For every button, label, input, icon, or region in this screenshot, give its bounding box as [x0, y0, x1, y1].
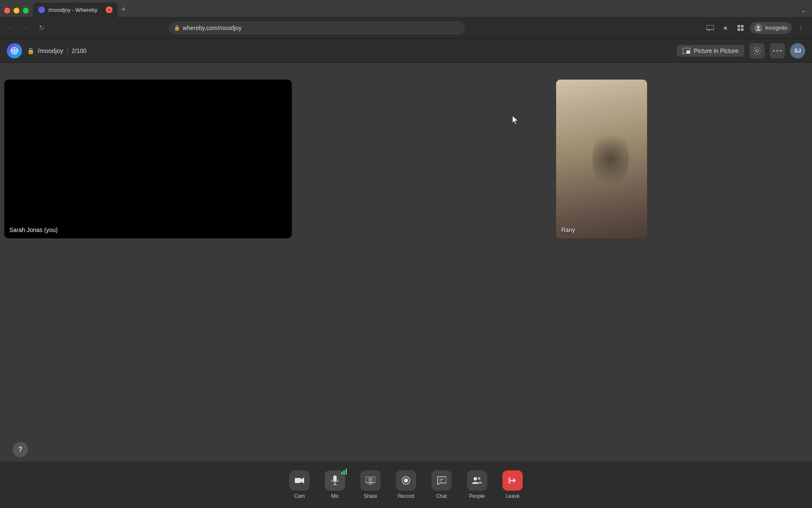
window-controls [4, 8, 29, 17]
svg-rect-30 [508, 478, 510, 483]
people-toolbar-item[interactable]: People [460, 468, 494, 502]
mic-label: Mic [331, 493, 339, 499]
svg-point-25 [404, 478, 408, 483]
close-window-btn[interactable] [4, 8, 10, 14]
mic-icon-wrap [325, 470, 345, 491]
reload-btn[interactable]: ↻ [36, 22, 47, 34]
bookmark-btn[interactable]: ★ [719, 22, 731, 34]
app-logo [7, 43, 22, 58]
cam-icon-wrap [289, 470, 310, 491]
incognito-label: Incognito [765, 25, 787, 31]
help-button[interactable]: ? [13, 442, 28, 457]
record-toolbar-item[interactable]: Record [389, 468, 423, 502]
url-text: whereby.com/moodjoy [183, 25, 241, 31]
cast-btn[interactable] [704, 22, 716, 34]
video-container: Sarah Jonas (you) Rany ? [0, 63, 812, 508]
room-divider: | [67, 47, 69, 54]
tab-close-btn[interactable]: ✕ [106, 6, 112, 13]
app-header: 🔒 /moodjoy | 2/100 Picture in Picture [0, 39, 812, 63]
settings-button[interactable] [749, 43, 765, 58]
leave-label: Leave [506, 493, 520, 499]
svg-rect-2 [741, 25, 743, 28]
app-header-right: Picture in Picture SJ [677, 43, 805, 58]
tab-more-btn[interactable]: ⌄ [799, 5, 808, 15]
svg-point-28 [474, 477, 477, 480]
back-btn[interactable]: ← [5, 22, 17, 34]
record-icon-wrap [396, 470, 416, 491]
people-icon-wrap [467, 470, 487, 491]
address-bar: ← → ↻ 🔒 whereby.com/moodjoy ★ [0, 17, 812, 39]
lock-icon: 🔒 [174, 25, 180, 31]
pip-button[interactable]: Picture in Picture [677, 45, 744, 57]
user-avatar[interactable]: SJ [790, 43, 805, 58]
svg-point-14 [776, 50, 778, 52]
tab-favicon [38, 6, 45, 13]
toolbar-right: ★ Incognito ⋮ [704, 22, 807, 34]
pip-label: Picture in Picture [694, 47, 738, 54]
chat-icon-wrap [431, 470, 452, 491]
more-options-app-button[interactable] [770, 43, 785, 58]
secondary-video-rany: Rany [556, 80, 647, 238]
bottom-toolbar: Cam Mic [0, 461, 812, 508]
mic-toolbar-item[interactable]: Mic [318, 468, 352, 502]
svg-point-29 [478, 477, 480, 480]
room-lock-icon: 🔒 [27, 47, 34, 54]
new-tab-btn[interactable]: + [118, 3, 129, 15]
share-icon-wrap [360, 470, 381, 491]
people-label: People [469, 493, 485, 499]
secondary-video-label: Rany [561, 226, 575, 233]
svg-rect-12 [686, 50, 690, 53]
main-video-sarah: Sarah Jonas (you) [4, 80, 292, 238]
record-label: Record [398, 493, 414, 499]
more-options-btn[interactable]: ⋮ [795, 22, 807, 34]
main-video-label: Sarah Jonas (you) [9, 226, 58, 233]
maximize-window-btn[interactable] [23, 8, 29, 14]
active-tab[interactable]: /moodjoy - Whereby ✕ [33, 3, 118, 17]
tab-bar: /moodjoy - Whereby ✕ + ⌄ [0, 0, 812, 17]
svg-rect-16 [295, 478, 301, 483]
cam-label: Cam [294, 493, 304, 499]
svg-point-13 [773, 50, 775, 52]
room-info: 🔒 /moodjoy | 2/100 [27, 47, 87, 54]
room-count: 2/100 [72, 47, 87, 54]
app-area: 🔒 /moodjoy | 2/100 Picture in Picture [0, 39, 812, 508]
leave-icon-wrap [502, 470, 523, 491]
cam-toolbar-item[interactable]: Cam [283, 468, 316, 502]
share-label: Share [364, 493, 377, 499]
minimize-window-btn[interactable] [14, 8, 19, 14]
chat-label: Chat [436, 493, 447, 499]
svg-rect-1 [738, 25, 740, 28]
share-toolbar-item[interactable]: Share [354, 468, 387, 502]
forward-btn[interactable]: → [20, 22, 32, 34]
svg-point-5 [757, 26, 760, 28]
incognito-btn[interactable]: Incognito [750, 22, 792, 34]
svg-rect-17 [333, 475, 337, 481]
video-area: Sarah Jonas (you) Rany ? [0, 63, 812, 508]
svg-rect-4 [741, 28, 743, 31]
room-name: /moodjoy [38, 47, 63, 54]
svg-rect-3 [738, 28, 740, 31]
extensions-btn[interactable] [735, 22, 746, 34]
url-bar[interactable]: 🔒 whereby.com/moodjoy [169, 21, 465, 35]
tab-title: /moodjoy - Whereby [48, 7, 102, 13]
browser-chrome: /moodjoy - Whereby ✕ + ⌄ ← → ↻ 🔒 whereby… [0, 0, 812, 39]
incognito-avatar [754, 24, 763, 32]
mic-active-bars [341, 469, 347, 475]
leave-toolbar-item[interactable]: Leave [496, 468, 529, 502]
chat-toolbar-item[interactable]: Chat [425, 468, 458, 502]
svg-point-15 [780, 50, 782, 52]
svg-rect-0 [706, 25, 714, 30]
svg-rect-21 [368, 478, 373, 482]
